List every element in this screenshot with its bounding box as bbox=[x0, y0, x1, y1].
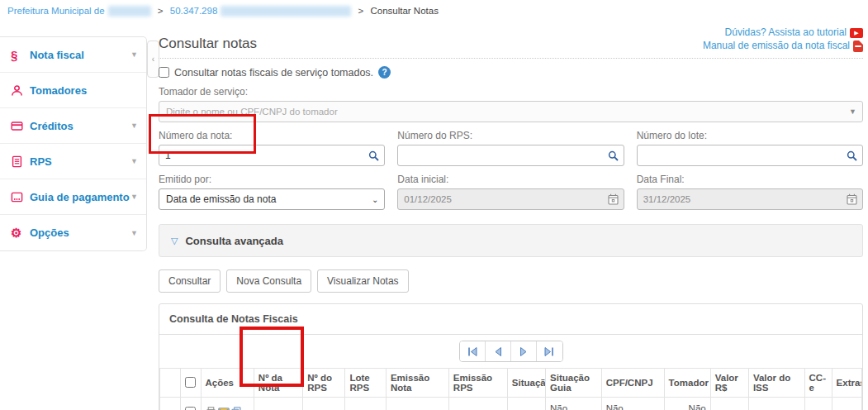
person-icon bbox=[11, 84, 26, 97]
tomados-checkbox[interactable] bbox=[159, 67, 169, 78]
data-final-value: 31/12/2025 bbox=[643, 194, 691, 204]
col-acoes[interactable]: Ações bbox=[201, 369, 254, 398]
nota-number-cell: 1 bbox=[254, 398, 302, 410]
document-icon bbox=[11, 155, 26, 168]
col-emissao-rps[interactable]: Emissão RPS bbox=[448, 369, 507, 398]
consultar-button[interactable]: Consultar bbox=[159, 269, 221, 293]
redacted-company-name bbox=[221, 6, 351, 17]
payment-icon bbox=[11, 191, 26, 203]
chevron-down-icon: ▼ bbox=[849, 107, 856, 116]
youtube-icon[interactable]: ▶ bbox=[850, 28, 863, 38]
chevron-down-icon: ▼ bbox=[130, 157, 138, 165]
row-actions-cell: ✂ bbox=[201, 398, 254, 410]
calendar-icon[interactable] bbox=[847, 193, 857, 205]
situacao-cell: Normal bbox=[507, 398, 545, 410]
last-page-button[interactable] bbox=[537, 341, 562, 361]
chevron-down-icon: ⌄ bbox=[372, 195, 378, 204]
sidebar-item-nota-fiscal[interactable]: § Nota fiscal ▼ bbox=[0, 37, 146, 73]
col-cpf-cnpj[interactable]: CPF/CNPJ bbox=[601, 369, 664, 398]
sidebar-item-label: RPS bbox=[30, 155, 130, 168]
col-tomador[interactable]: Tomador bbox=[664, 369, 710, 398]
calendar-icon[interactable] bbox=[608, 193, 619, 205]
breadcrumb-current-page: Consultar Notas bbox=[370, 6, 438, 16]
emitido-por-label: Emitido por: bbox=[159, 174, 385, 185]
col-extras[interactable]: Extras bbox=[832, 369, 861, 398]
credit-card-icon bbox=[11, 120, 26, 132]
tomados-checkbox-label: Consultar notas fiscais de serviço tomad… bbox=[174, 67, 373, 79]
sidebar-item-label: Nota fiscal bbox=[30, 49, 130, 61]
manual-link[interactable]: Manual de emissão da nota fiscal bbox=[703, 40, 850, 52]
sidebar-item-opcoes[interactable]: ⚙ Opções ▼ bbox=[0, 215, 146, 250]
tomador-cell: Não informado bbox=[664, 398, 710, 410]
col-numero-nota[interactable]: Nº da Nota bbox=[254, 369, 302, 398]
copy-icon[interactable] bbox=[231, 407, 241, 410]
chevron-down-icon: ▼ bbox=[130, 193, 138, 201]
data-final-field[interactable]: 31/12/2025 bbox=[637, 188, 863, 210]
valor-cell: 0,01 bbox=[710, 398, 748, 410]
tomador-select[interactable]: Digite o nome ou CPF/CNPJ do tomador ▼ bbox=[159, 101, 863, 122]
emissao-nota-cell: 15/12/2025 bbox=[386, 398, 448, 410]
numero-lote-label: Número do lote: bbox=[637, 130, 863, 141]
search-icon[interactable] bbox=[368, 150, 379, 161]
redacted-municipality-name bbox=[108, 6, 151, 17]
valor-iss-cell: 0,00 bbox=[748, 398, 804, 410]
col-numero-rps[interactable]: Nº do RPS bbox=[303, 369, 345, 398]
numero-nota-input[interactable] bbox=[165, 150, 363, 161]
next-page-button[interactable] bbox=[511, 341, 537, 361]
title-divider bbox=[159, 58, 863, 59]
sidebar-item-rps[interactable]: RPS ▼ bbox=[0, 144, 146, 179]
row-number: 1 bbox=[160, 398, 181, 410]
sidebar-item-label: Tomadores bbox=[30, 84, 138, 97]
situacao-guia-cell: Não gerada bbox=[546, 398, 602, 410]
col-situacao-guia[interactable]: Situação Guia bbox=[546, 369, 602, 398]
col-cce[interactable]: CC-e bbox=[804, 369, 832, 398]
sidebar-item-creditos[interactable]: Créditos ▼ bbox=[0, 108, 146, 144]
search-icon[interactable] bbox=[847, 150, 857, 161]
row-checkbox[interactable] bbox=[185, 407, 196, 410]
tomador-label: Tomador de serviço: bbox=[159, 86, 863, 98]
col-situacao[interactable]: Situação bbox=[507, 369, 545, 398]
first-page-button[interactable] bbox=[460, 341, 486, 361]
printer-icon[interactable] bbox=[206, 407, 216, 410]
visualizar-notas-button[interactable]: Visualizar Notas bbox=[317, 269, 408, 293]
numero-nota-field-wrap bbox=[159, 145, 385, 166]
col-lote-rps[interactable]: Lote RPS bbox=[345, 369, 387, 398]
consulta-avancada-toggle[interactable]: ▽ Consulta avançada bbox=[159, 224, 863, 257]
data-inicial-field[interactable]: 01/12/2025 bbox=[397, 188, 624, 210]
breadcrumb-cnpj-link[interactable]: 50.347.298 bbox=[170, 6, 218, 16]
col-emissao-nota[interactable]: Emissão Nota bbox=[386, 369, 448, 398]
chevron-down-icon: ▼ bbox=[130, 50, 138, 59]
row-select-cell bbox=[180, 398, 201, 410]
number-filters-row: Número da nota: Número do RPS: bbox=[159, 130, 863, 166]
breadcrumb-municipality-link[interactable]: Prefeitura Municipal de bbox=[7, 6, 105, 16]
previous-page-button[interactable] bbox=[486, 341, 511, 361]
sidebar-item-guia-pagamento[interactable]: Guia de pagamento ▼ bbox=[0, 179, 146, 215]
col-valor-iss[interactable]: Valor do ISS bbox=[748, 369, 804, 398]
scissors-icon[interactable]: ✂ bbox=[243, 408, 251, 410]
sidebar-item-tomadores[interactable]: Tomadores bbox=[0, 73, 146, 108]
help-icon[interactable]: ? bbox=[378, 66, 391, 79]
pdf-icon[interactable] bbox=[853, 41, 863, 52]
nova-consulta-button[interactable]: Nova Consulta bbox=[226, 269, 311, 293]
action-buttons: Consultar Nova Consulta Visualizar Notas bbox=[159, 269, 863, 293]
sidebar-item-label: Créditos bbox=[30, 120, 130, 132]
numero-lote-input[interactable] bbox=[643, 150, 841, 161]
col-valor[interactable]: Valor R$ bbox=[710, 369, 748, 398]
sidebar-collapse-button[interactable]: ‹ bbox=[147, 41, 159, 78]
lote-cell bbox=[345, 398, 387, 410]
numero-rps-field-wrap bbox=[397, 145, 624, 166]
cpf-cnpj-cell: Não informado bbox=[601, 398, 664, 410]
breadcrumb-separator: > bbox=[358, 6, 364, 16]
breadcrumb-separator: > bbox=[158, 6, 164, 16]
numero-lote-field-wrap bbox=[637, 145, 863, 166]
main-content: Dúvidas? Assista ao tutorial ▶ Manual de… bbox=[159, 25, 863, 410]
emissao-rps-cell bbox=[448, 398, 507, 410]
select-all-header bbox=[180, 369, 201, 398]
results-panel-title: Consulta de Notas Fiscais bbox=[159, 304, 862, 335]
numero-rps-input[interactable] bbox=[404, 150, 601, 161]
select-all-checkbox[interactable] bbox=[185, 377, 196, 388]
search-icon[interactable] bbox=[608, 150, 619, 161]
tutorial-link[interactable]: Dúvidas? Assista ao tutorial bbox=[725, 26, 847, 39]
table-header-row: Ações Nº da Nota Nº do RPS Lote RPS Emis… bbox=[160, 369, 862, 398]
emitido-por-select[interactable]: Data de emissão da nota ⌄ bbox=[159, 188, 385, 210]
